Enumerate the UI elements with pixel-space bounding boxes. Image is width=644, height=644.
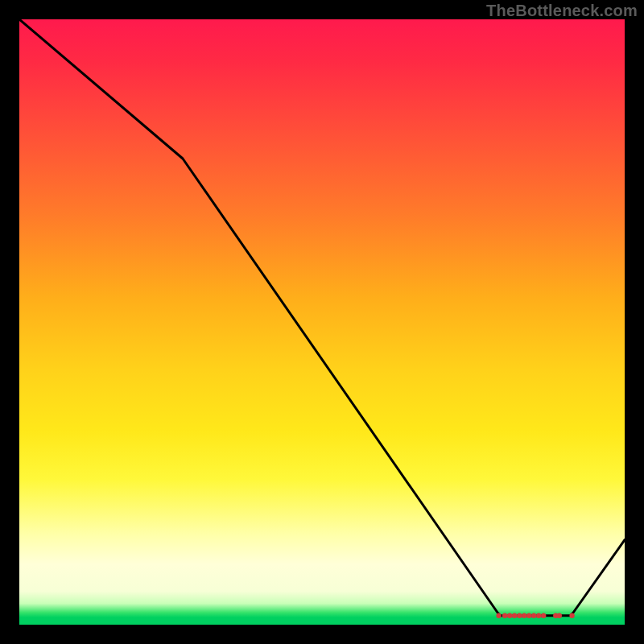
trough-marker xyxy=(502,613,507,618)
trough-marker xyxy=(531,613,536,618)
bottleneck-curve xyxy=(19,19,625,616)
trough-marker xyxy=(512,613,517,618)
plot-svg xyxy=(19,19,625,625)
trough-marker xyxy=(569,613,574,618)
trough-marker xyxy=(541,613,546,618)
trough-marker xyxy=(526,613,531,618)
plot-area xyxy=(19,19,625,625)
trough-marker xyxy=(557,613,562,618)
watermark-text: TheBottleneck.com xyxy=(486,2,638,20)
trough-marker xyxy=(522,613,526,618)
trough-marker xyxy=(507,613,512,618)
trough-marker xyxy=(536,613,541,618)
trough-marker xyxy=(517,613,522,618)
trough-marker xyxy=(496,613,501,618)
chart-container: TheBottleneck.com xyxy=(0,0,644,644)
